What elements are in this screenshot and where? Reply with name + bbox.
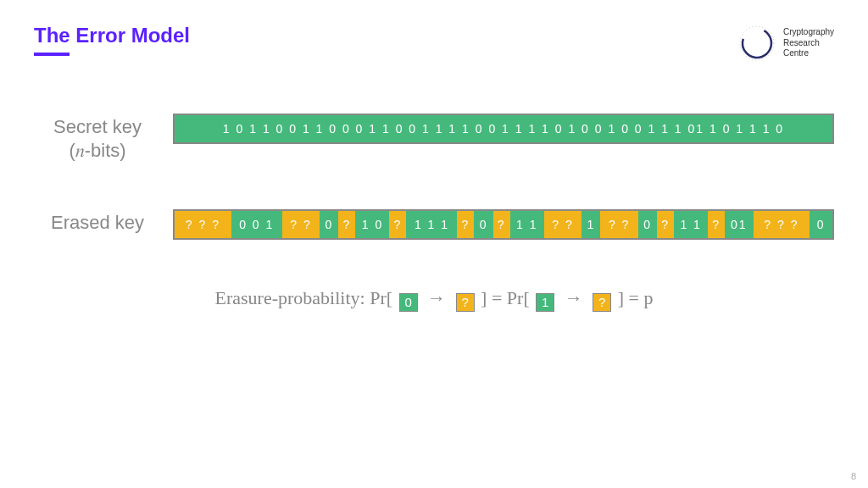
erased-segment: ? xyxy=(338,211,355,238)
secret-key-row: Secret key (𝑛-bits) 1 0 1 1 0 0 1 1 0 0 … xyxy=(34,114,834,162)
erased-key-bar: ? ? ?0 0 1? ?0?1 0?1 1 1?0?1 1? ?1? ?0?1… xyxy=(173,209,834,240)
known-segment: 1 1 xyxy=(674,211,708,238)
logo-text-1: Cryptography xyxy=(783,27,834,38)
q-box-1: ? xyxy=(456,293,475,312)
title-underline xyxy=(34,53,70,56)
pr-open-2: Pr[ xyxy=(507,287,530,308)
known-segment: 1 xyxy=(581,211,600,238)
known-segment: 0 xyxy=(320,211,338,238)
known-segment: 0 xyxy=(810,211,832,238)
erased-segment: ? ? ? xyxy=(175,211,231,238)
erased-segment: ? ? xyxy=(544,211,581,238)
known-segment: 0 xyxy=(474,211,492,238)
erased-key-row: Erased key ? ? ?0 0 1? ?0?1 0?1 1 1?0?1 … xyxy=(34,209,834,240)
known-segment: 1 0 xyxy=(355,211,389,238)
erased-key-label: Erased key xyxy=(34,211,161,235)
logo-text-2: Research xyxy=(783,38,834,49)
logo: Cryptography Research Centre xyxy=(737,24,834,63)
pr-open-1: Pr[ xyxy=(370,287,392,308)
logo-icon xyxy=(737,24,776,63)
arrow-icon: → xyxy=(565,287,583,308)
page-number: 8 xyxy=(851,471,856,481)
known-segment: 01 xyxy=(725,211,753,238)
known-segment: 1 1 1 xyxy=(406,211,457,238)
secret-key-bits: 1 0 1 1 0 0 1 1 0 0 0 1 1 0 0 1 1 1 1 0 … xyxy=(175,115,832,142)
erasure-probability: Erasure-probability: Pr[ 0 → ? ] = Pr[ 1… xyxy=(34,287,834,312)
known-segment: 0 0 1 xyxy=(231,211,282,238)
secret-key-bar: 1 0 1 1 0 0 1 1 0 0 0 1 1 0 0 1 1 1 1 0 … xyxy=(173,114,834,144)
secret-key-sublabel: (𝑛-bits) xyxy=(34,139,161,163)
svg-point-0 xyxy=(737,24,776,63)
eq-p: = p xyxy=(629,287,654,308)
slide-title: The Error Model xyxy=(34,24,190,47)
logo-text-3: Centre xyxy=(783,48,834,59)
erased-segment: ? xyxy=(657,211,674,238)
erased-segment: ? xyxy=(493,211,510,238)
pr-close-1: ] xyxy=(481,287,487,308)
q-box-2: ? xyxy=(593,293,611,312)
secret-key-label: Secret key xyxy=(34,115,161,139)
erased-segment: ? ? xyxy=(600,211,637,238)
erased-segment: ? xyxy=(457,211,474,238)
svg-point-1 xyxy=(740,26,774,60)
one-box: 1 xyxy=(536,293,554,312)
arrow-icon: → xyxy=(427,287,446,308)
known-segment: 0 xyxy=(638,211,657,238)
zero-box: 0 xyxy=(399,293,418,312)
pr-close-2: ] xyxy=(618,287,624,308)
erased-segment: ? ? ? xyxy=(754,211,810,238)
erased-segment: ? xyxy=(708,211,725,238)
erasure-prefix: Erasure-probability: xyxy=(215,287,370,308)
erased-segment: ? ? xyxy=(282,211,320,238)
erased-segment: ? xyxy=(389,211,406,238)
known-segment: 1 1 xyxy=(510,211,544,238)
eq-1: = xyxy=(492,287,507,308)
